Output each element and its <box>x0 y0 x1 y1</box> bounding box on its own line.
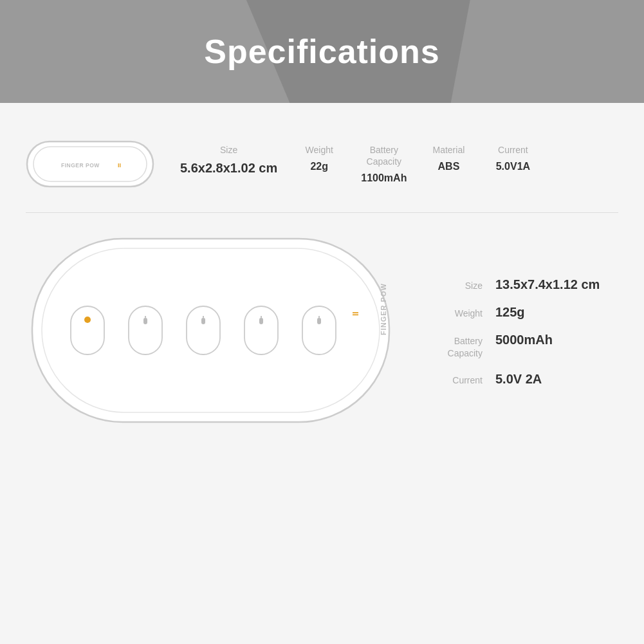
svg-rect-10 <box>145 316 146 318</box>
battery-label: BatteryCapacity <box>367 144 401 167</box>
svg-rect-14 <box>244 306 278 354</box>
svg-rect-16 <box>261 316 262 318</box>
svg-rect-6 <box>71 306 104 354</box>
svg-rect-11 <box>187 306 220 354</box>
content-area: FINGER POW II Size 5.6x2.8x1.02 cm Weigh… <box>0 103 644 451</box>
material-value: ABS <box>438 161 460 172</box>
spec-current-col: Current 5.0V1A <box>490 144 535 172</box>
current-value: 5.0V1A <box>496 161 530 172</box>
battery-row-value: 5000mAh <box>495 333 553 347</box>
svg-rect-17 <box>302 306 336 354</box>
specs-table-2: Size 13.5x7.4x1.12 cm Weight 125g Batter… <box>431 277 600 386</box>
svg-rect-15 <box>259 318 263 324</box>
small-device-image: FINGER POW II <box>26 135 154 193</box>
specs-table-1: Size 5.6x2.8x1.02 cm Weight 22g BatteryC… <box>180 144 618 184</box>
svg-text:II: II <box>118 162 121 169</box>
current-row-value: 5.0V 2A <box>495 372 542 387</box>
svg-rect-13 <box>203 316 204 318</box>
svg-rect-8 <box>129 306 162 354</box>
weight-row-label: Weight <box>431 308 483 319</box>
weight-value: 22g <box>310 161 328 172</box>
spec-row-current: Current 5.0V 2A <box>431 372 600 387</box>
current-row-label: Current <box>431 374 483 386</box>
svg-point-7 <box>84 317 91 323</box>
spec-row-weight: Weight 125g <box>431 305 600 320</box>
current-label: Current <box>498 144 528 156</box>
large-device-image: FINGER POW II <box>26 232 399 432</box>
weight-label: Weight <box>306 144 333 156</box>
page-header: Specifications <box>0 0 644 103</box>
svg-rect-18 <box>317 318 321 324</box>
battery-row-label: BatteryCapacity <box>431 335 483 358</box>
spec-row-battery: BatteryCapacity 5000mAh <box>431 333 600 358</box>
svg-text:FINGER POW: FINGER POW <box>380 283 387 335</box>
spec-row-size: Size 13.5x7.4x1.12 cm <box>431 277 600 292</box>
svg-text:FINGER POW: FINGER POW <box>61 162 100 169</box>
svg-text:II: II <box>351 311 360 316</box>
spec-weight-col: Weight 22g <box>297 144 342 172</box>
spec-material-col: Material ABS <box>426 144 471 172</box>
size-row-label: Size <box>431 280 483 291</box>
spec-battery-col: BatteryCapacity 1100mAh <box>361 144 407 184</box>
svg-rect-12 <box>201 318 205 324</box>
battery-value: 1100mAh <box>361 172 407 184</box>
size-value: 5.6x2.8x1.02 cm <box>180 161 277 176</box>
svg-rect-9 <box>143 318 147 324</box>
weight-row-value: 125g <box>495 305 525 320</box>
material-label: Material <box>433 144 465 156</box>
spec-size-col: Size 5.6x2.8x1.02 cm <box>180 144 277 176</box>
section-large-device: FINGER POW II Size 13.5x7.4x1.12 cm Weig… <box>26 213 618 432</box>
svg-rect-19 <box>318 316 320 318</box>
size-label: Size <box>220 144 237 156</box>
size-row-value: 13.5x7.4x1.12 cm <box>495 277 600 292</box>
section-small-device: FINGER POW II Size 5.6x2.8x1.02 cm Weigh… <box>26 122 618 213</box>
page-title: Specifications <box>204 32 440 71</box>
